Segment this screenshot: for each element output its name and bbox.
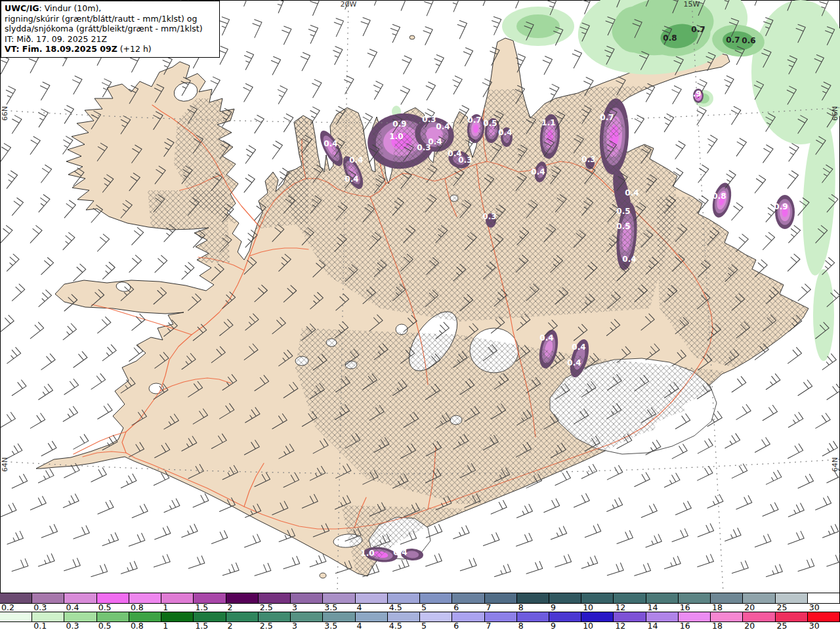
rain-value-label: 0.8 <box>663 33 677 43</box>
legend-tick-label: 2.5 <box>260 604 273 612</box>
legend-cell <box>356 593 388 603</box>
legend-cell <box>32 593 64 603</box>
sleet-value-label: 1.0 <box>389 132 403 141</box>
legend-tick-label: 0.5 <box>98 622 112 630</box>
legend-cell <box>776 612 808 621</box>
title-box: UWC/IG: Vindur (10m), rigning/skúrir (gr… <box>1 1 220 58</box>
legend-cell <box>452 593 484 603</box>
legend-tick-label: 18 <box>712 604 723 612</box>
legend-tick-label: 12 <box>615 622 625 630</box>
sleet-value-label: 1.1 <box>541 118 555 127</box>
legend-cell <box>808 612 840 621</box>
legend-tick-label: 25 <box>777 604 788 612</box>
title-line-5: VT: Fim. 18.09.2025 09Z (+12 h) <box>5 44 216 54</box>
sleet-value-label: 0.4 <box>345 175 358 184</box>
legend-cell <box>0 612 32 621</box>
legend-tick-label: 14 <box>648 622 658 630</box>
legend-tick-label: 5 <box>421 622 427 630</box>
legend-tick-label: 10 <box>583 604 593 612</box>
legend-tick-label: 0.3 <box>66 622 79 630</box>
island-vestmannaeyjar <box>320 573 326 578</box>
sleet-value-label: 0.4 <box>531 167 545 177</box>
legend-tick-label: 3.5 <box>324 622 337 630</box>
legend-cell <box>323 593 355 603</box>
legend-tick-label: 1.5 <box>195 604 208 612</box>
sleet-value-label: 0.3 <box>581 155 595 164</box>
legend-tick-label: 3.5 <box>324 604 337 612</box>
legend-tick-label: 6 <box>453 604 459 612</box>
sleet-value-label: 0.4 <box>436 122 450 131</box>
parallel-label-right: 64N <box>831 457 839 472</box>
legend-cell <box>64 612 96 621</box>
rain-value-label: 0.6 <box>742 36 755 45</box>
legend-cell <box>129 593 161 603</box>
sleet-value-label: 0.5 <box>616 222 630 231</box>
legend-labels-rain: 0.10.30.50.811.522.533.544.5567891012141… <box>0 622 840 630</box>
legend-tick-label: 3 <box>292 622 297 630</box>
sleet-value-label: 0.4 <box>572 343 585 352</box>
legend-cell <box>646 593 679 603</box>
legend-tick-label: 20 <box>744 622 755 630</box>
legend-tick-label: 12 <box>615 604 625 612</box>
legend-cell <box>549 612 581 621</box>
legend-tick-label: 30 <box>809 622 820 630</box>
legend-cell <box>711 593 743 603</box>
legend-cell <box>711 612 743 621</box>
sleet-value-label: 0.8 <box>712 192 726 201</box>
legend-cell <box>485 593 517 603</box>
legend-cell <box>485 612 517 621</box>
legend-tick-label: 7 <box>486 622 491 630</box>
legend-tick-label: 0.4 <box>66 604 79 612</box>
legend-tick-label: 1 <box>163 604 168 612</box>
legend-cell <box>517 612 549 621</box>
parallel-label-left: 66N <box>1 106 9 121</box>
legend-cell <box>420 593 452 603</box>
meridian-label: 15W <box>684 0 700 9</box>
sleet-value-label: 0.7 <box>467 116 481 125</box>
legend-cell <box>161 593 194 603</box>
sleet-value-label: 0.4 <box>349 156 363 165</box>
legend-cell <box>420 612 452 621</box>
legend-cell <box>452 612 484 621</box>
legend-tick-label: 4 <box>357 622 362 630</box>
sleet-value-label: 0.3 <box>417 143 430 152</box>
legend-cell <box>97 612 129 621</box>
legend-tick-label: 16 <box>680 604 690 612</box>
title-line-4: IT: Mið. 17. 09. 2025 21Z <box>5 34 216 45</box>
legend-tick-label: 5 <box>421 604 427 612</box>
legend-cell <box>581 593 614 603</box>
legend-tick-label: 0.5 <box>98 604 112 612</box>
legend-tick-label: 2 <box>228 622 233 630</box>
legend-tick-label: 0.1 <box>33 622 47 630</box>
sleet-value-label: 0.4 <box>622 255 636 264</box>
legend-cell <box>549 593 581 603</box>
sleet-value-label: 0.4 <box>324 139 337 148</box>
legend-cell <box>614 593 646 603</box>
legend-cell <box>388 612 420 621</box>
sleet-value-label: 0.4 <box>625 188 639 198</box>
sleet-value-label: 0.5 <box>616 207 630 216</box>
sleet-value-label: 0.5 <box>483 119 497 128</box>
sleet-value-label: 0.3 <box>422 115 436 124</box>
legend-cell <box>161 612 194 621</box>
legend-tick-label: 4 <box>357 604 362 612</box>
legend-tick-label: 4.5 <box>389 622 402 630</box>
legend-tick-label: 4.5 <box>389 604 402 612</box>
legend-tick-label: 8 <box>518 622 524 630</box>
legend-cell <box>356 612 388 621</box>
legend-cell <box>743 593 775 603</box>
legend-tick-label: 3 <box>292 604 297 612</box>
legend-cell <box>614 612 646 621</box>
legend-cell <box>32 612 64 621</box>
legend-tick-label: 20 <box>744 604 755 612</box>
legend-cell <box>808 593 840 603</box>
parallel-label-left: 64N <box>1 457 9 472</box>
legend-tick-label: 2 <box>228 604 233 612</box>
sleet-value-label: 1.0 <box>360 549 374 558</box>
legend-cell <box>679 612 711 621</box>
legend-cell <box>129 612 161 621</box>
legend-cell <box>517 593 549 603</box>
rain-value-label: 0.7 <box>726 35 740 45</box>
iceland-weather-map: 0.91.00.30.40.40.30.40.30.70.50.41.10.40… <box>0 0 840 593</box>
sleet-value-label: 0.9 <box>774 202 788 211</box>
